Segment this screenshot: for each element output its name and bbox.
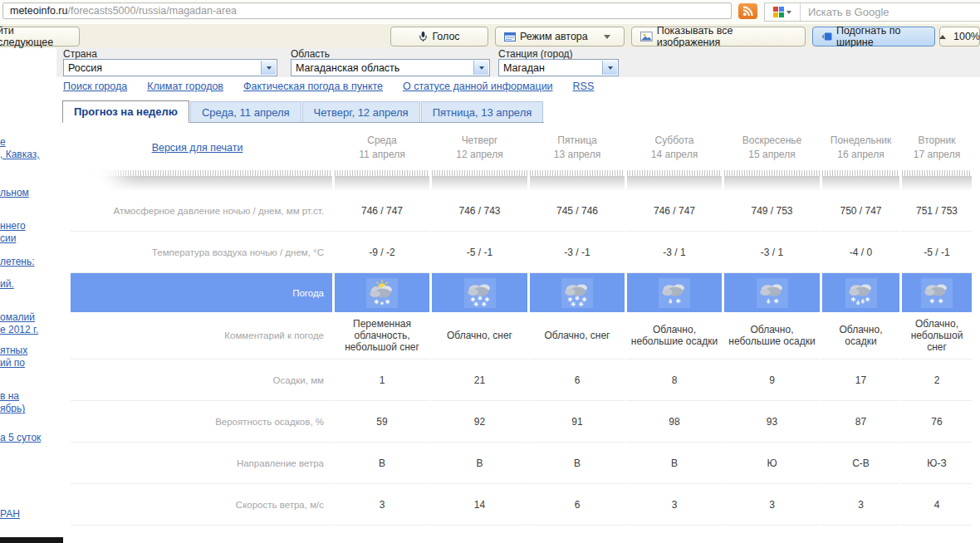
value-cell: 745 / 746 xyxy=(527,190,625,232)
weather-icon-cloudy-sleet xyxy=(757,278,788,308)
select-arrow-icon[interactable] xyxy=(602,61,617,75)
sidebar-link-line[interactable]: летень: xyxy=(0,256,35,268)
value-cell: 3 xyxy=(332,484,429,526)
value-cell: -9 / -2 xyxy=(332,232,429,273)
day-header: Вторник17 апреля xyxy=(899,125,972,170)
cell-value: В xyxy=(473,457,485,469)
cell-value: 8 xyxy=(669,374,680,386)
value-cell: Переменная облачность, небольшой снег xyxy=(332,312,429,360)
ruler-strip xyxy=(332,170,429,190)
sidebar-link-line[interactable]: е 2012 г. xyxy=(0,324,38,336)
nav-link[interactable]: Климат городов xyxy=(147,81,223,92)
sidebar-link-line[interactable]: а 5 суток xyxy=(0,432,41,444)
sidebar-link-line[interactable]: ябрь) xyxy=(0,403,25,415)
nav-link[interactable]: Фактическая погода в пункте xyxy=(243,81,383,92)
select-arrow-icon[interactable] xyxy=(261,61,276,75)
chevron-down-icon xyxy=(604,35,610,39)
chevron-down-icon xyxy=(786,11,791,14)
tab-day[interactable]: Пятница, 13 апреля xyxy=(421,101,544,122)
day-header: Среда11 апреля xyxy=(332,125,429,170)
sidebar-link-line[interactable]: сии xyxy=(0,232,26,245)
day-header: Воскресенье15 апреля xyxy=(722,125,820,170)
cell-value: 98 xyxy=(666,416,682,428)
nav-link[interactable]: О статусе данной информации xyxy=(403,81,553,92)
sidebar-link[interactable]: летень: xyxy=(0,256,35,268)
cell-value: -9 / -2 xyxy=(366,247,397,258)
value-cell: -3 / 1 xyxy=(625,232,722,273)
tab-week-forecast-active[interactable]: Прогноз на неделю xyxy=(62,100,189,123)
search-engine-selector[interactable] xyxy=(765,3,801,21)
sidebar-link[interactable]: льном xyxy=(0,187,29,199)
rss-icon[interactable] xyxy=(738,3,757,19)
row-label-cell: Вероятность осадков, % xyxy=(71,401,332,443)
row-label: Направление ветра xyxy=(237,458,324,468)
select-arrow-icon[interactable] xyxy=(473,61,488,75)
weather-icon-cell xyxy=(429,273,527,312)
search-input[interactable]: Искать в Google xyxy=(801,6,889,18)
sidebar-link[interactable]: ннегосии xyxy=(0,220,26,245)
row-label: Температура воздуха ночью / днем, °C xyxy=(152,247,324,257)
value-cell: 749 / 753 xyxy=(722,190,820,232)
sidebar-link[interactable]: ятныхий по xyxy=(0,345,27,369)
sidebar-link[interactable]: в наябрь) xyxy=(0,390,25,415)
microphone-icon xyxy=(419,31,428,42)
value-cell: 2 xyxy=(899,360,972,401)
value-cell: Облачно, небольшие осадки xyxy=(722,312,820,360)
value-cell: 3 xyxy=(625,484,722,526)
cell-value: Ю-З xyxy=(924,457,948,469)
rss-glyph xyxy=(742,6,753,17)
value-cell: В xyxy=(332,443,429,484)
cell-value: В xyxy=(376,457,388,469)
cell-value: 14 xyxy=(472,499,488,511)
value-cell: -5 / -1 xyxy=(429,232,527,273)
sidebar-link-line[interactable]: е xyxy=(0,136,40,149)
cell-value: 9 xyxy=(767,374,777,386)
cell-value: 745 / 746 xyxy=(554,205,600,217)
country-select[interactable]: Россия xyxy=(63,59,277,76)
sidebar-link-line[interactable]: льном xyxy=(0,187,29,199)
cell-value: -4 / 0 xyxy=(847,247,875,258)
sidebar-link-line[interactable]: омалий xyxy=(0,311,38,324)
sidebar-link[interactable]: а 5 суток xyxy=(0,432,41,444)
sidebar-link-line[interactable]: РАН xyxy=(0,508,20,521)
sidebar-link-line[interactable]: ннего xyxy=(0,220,26,232)
sidebar-link[interactable]: е, Кавказ, xyxy=(0,136,40,161)
sidebar-link-line[interactable]: , Кавказ, xyxy=(0,149,40,161)
find-next-button[interactable]: йти следующее xyxy=(0,27,80,46)
cell-value: 749 / 753 xyxy=(748,205,795,217)
tab-day[interactable]: Четверг, 12 апреля xyxy=(302,101,420,122)
cell-value: 21 xyxy=(472,374,488,386)
sidebar-link[interactable]: РАН xyxy=(0,508,20,521)
cell-value: 59 xyxy=(374,416,390,428)
station-select[interactable]: Магадан xyxy=(498,59,619,76)
nav-link[interactable]: Поиск города xyxy=(63,81,127,92)
sidebar-link-line[interactable]: ятных xyxy=(0,345,27,357)
value-cell: 746 / 747 xyxy=(625,190,722,232)
zoom-control[interactable]: 100% xyxy=(939,27,980,46)
day-header: Пятница13 апреля xyxy=(527,125,625,170)
value-cell: Облачно, снег xyxy=(527,312,625,360)
nav-link[interactable]: RSS xyxy=(573,81,595,92)
value-cell: 6 xyxy=(527,360,625,401)
cell-value: 3 xyxy=(855,499,866,511)
sidebar-link[interactable]: ий. xyxy=(0,278,14,291)
fit-width-button[interactable]: Подогнать по ширине xyxy=(812,27,935,46)
region-select[interactable]: Магаданская область xyxy=(291,59,490,76)
value-cell: 87 xyxy=(820,401,899,443)
sidebar-link-line[interactable]: в на xyxy=(0,390,25,403)
cell-value: Переменная облачность, небольшой снег xyxy=(335,318,429,353)
sidebar-link-line[interactable]: ий. xyxy=(0,278,14,291)
google-search-box[interactable]: Искать в Google xyxy=(764,2,980,22)
cell-value: Облачно, небольшой снег xyxy=(902,318,972,353)
show-images-button[interactable]: Показывать все изображения xyxy=(631,27,806,46)
author-mode-dropdown[interactable]: Режим автора xyxy=(495,27,625,46)
print-version-link[interactable]: Версия для печати xyxy=(152,142,243,154)
sidebar-link[interactable]: омалийе 2012 г. xyxy=(0,311,38,336)
address-bar[interactable]: meteoinfo.ru/forecasts5000/russia/magada… xyxy=(2,2,732,19)
voice-button[interactable]: Голос xyxy=(390,27,488,46)
sidebar-link-line[interactable]: ий по xyxy=(0,357,27,369)
tab-day[interactable]: Среда, 11 апреля xyxy=(190,101,301,122)
ruler-strip xyxy=(527,170,625,190)
day-header: Понедельник16 апреля xyxy=(820,125,899,170)
cell-value: 746 / 743 xyxy=(456,205,502,217)
